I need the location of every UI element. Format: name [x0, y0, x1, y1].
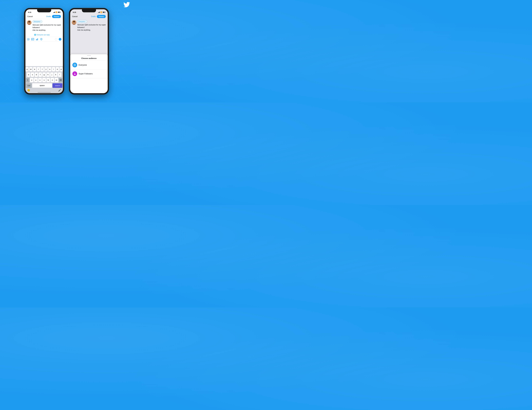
super-followers-option-label: Super Followers: [79, 73, 93, 75]
cancel-button-1[interactable]: Cancel: [27, 16, 33, 18]
status-time-1: 9:15: [28, 11, 31, 13]
character-count-1: [55, 38, 57, 40]
location-icon-1[interactable]: [40, 38, 43, 41]
image-icon-1[interactable]: [27, 38, 30, 41]
svg-point-5: [28, 21, 30, 22]
tweets-button-1[interactable]: Tweets: [52, 15, 61, 18]
key-v[interactable]: v: [42, 78, 46, 82]
keyboard-row-2: a s d f g h j k l: [26, 73, 62, 77]
key-c[interactable]: c: [38, 78, 42, 82]
battery-icon-2: [103, 12, 105, 13]
key-i[interactable]: i: [52, 67, 55, 72]
key-l[interactable]: l: [58, 73, 61, 77]
home-indicator-1: [38, 92, 51, 92]
compose-area-1: Everyone ▾ Skincare Q&A exclusive for my…: [25, 19, 63, 33]
keyboard-row-3: ⇧ z x c v b n m ⌫: [26, 78, 62, 82]
key-m[interactable]: m: [55, 78, 58, 82]
key-a[interactable]: a: [27, 73, 30, 77]
globe-icon-1: 🌐: [34, 34, 36, 36]
nav-bar-1: Cancel Drafts Tweets: [25, 14, 63, 19]
svg-rect-8: [36, 39, 37, 40]
status-bar-1: 9:15 📶: [25, 9, 63, 14]
super-followers-option-icon: [72, 71, 77, 76]
sheet-title: Choose audience: [70, 56, 108, 61]
reply-text-1: Everyone can reply: [37, 34, 50, 36]
compose-area-2: Everyone ▾ Skincare Q&A exclusive for my…: [70, 19, 108, 34]
key-y[interactable]: y: [44, 67, 48, 72]
add-tweet-button-1[interactable]: +: [59, 38, 61, 41]
key-j[interactable]: j: [50, 73, 54, 77]
svg-point-7: [28, 39, 28, 39]
everyone-option-icon: [72, 63, 77, 67]
tweet-text-2: Skincare Q&A exclusive for my super foll…: [77, 24, 106, 31]
home-indicator-2: [83, 92, 95, 92]
key-t[interactable]: t: [41, 67, 44, 72]
compose-right-1: Everyone ▾ Skincare Q&A exclusive for my…: [33, 20, 61, 31]
twitter-logo: [124, 2, 130, 7]
key-w[interactable]: w: [29, 67, 32, 72]
key-z[interactable]: z: [30, 78, 34, 82]
phone2-top: 9:15 📶: [70, 9, 108, 34]
status-time-2: 9:15: [73, 11, 76, 13]
keyboard-row-1: q w e r t y u i o p: [26, 67, 62, 72]
reply-row-1[interactable]: 🌐 Everyone can reply: [33, 33, 63, 37]
space-key[interactable]: space: [32, 83, 52, 88]
audience-badge-1[interactable]: Everyone ▾: [33, 20, 42, 23]
key-x[interactable]: x: [34, 78, 38, 82]
key-n[interactable]: n: [50, 78, 54, 82]
key-d[interactable]: d: [35, 73, 38, 77]
nav-bar-2: Cancel Drafts Tweets: [70, 14, 108, 19]
keyboard-bottom-row: 123 space search: [26, 83, 62, 88]
compose-right-2: Everyone ▾ Skincare Q&A exclusive for my…: [77, 20, 106, 31]
signal-icon-1: [53, 12, 55, 13]
gif-icon-1[interactable]: GIF: [31, 38, 34, 40]
svg-rect-10: [38, 38, 38, 40]
key-k[interactable]: k: [54, 73, 57, 77]
drafts-button-1[interactable]: Drafts: [46, 16, 51, 18]
status-bar-2: 9:15 📶: [70, 9, 108, 14]
emoji-icon[interactable]: 🙂: [27, 89, 30, 92]
audience-badge-2[interactable]: Everyone ▾: [77, 20, 87, 23]
key-q[interactable]: q: [25, 67, 29, 72]
wifi-icon-2: 📶: [100, 11, 102, 13]
key-h[interactable]: h: [46, 73, 50, 77]
status-icons-1: 📶: [53, 11, 60, 13]
tweet-text-1[interactable]: Skincare Q&A exclusive for my super foll…: [33, 24, 61, 31]
tweets-button-2[interactable]: Tweets: [97, 15, 106, 18]
svg-point-17: [73, 21, 75, 22]
chevron-down-icon-1: ▾: [40, 21, 41, 22]
key-r[interactable]: r: [37, 67, 40, 72]
delete-key[interactable]: ⌫: [59, 78, 62, 82]
avatar-1: [27, 20, 31, 25]
phone-2-screen: 9:15 📶: [70, 9, 108, 93]
status-icons-2: 📶: [98, 11, 105, 13]
phones-container: 9:15 📶 Cancel: [24, 8, 109, 94]
wifi-icon-1: 📶: [56, 11, 57, 13]
drafts-button-2[interactable]: Drafts: [91, 16, 96, 18]
phone-1-screen: 9:15 📶 Cancel: [25, 9, 63, 93]
key-e[interactable]: e: [33, 67, 36, 72]
shift-key[interactable]: ⇧: [26, 78, 29, 82]
poll-icon-1[interactable]: [36, 38, 38, 41]
svg-rect-9: [37, 39, 37, 40]
mic-icon[interactable]: 🎤: [58, 89, 61, 92]
search-key[interactable]: search: [52, 83, 62, 88]
battery-icon-1: [58, 12, 60, 13]
key-o[interactable]: o: [56, 67, 59, 72]
chevron-down-icon-2: ▾: [85, 21, 86, 22]
key-s[interactable]: s: [31, 73, 34, 77]
bottom-sheet: Choose audience Everyone: [70, 54, 108, 93]
audience-option-super-followers[interactable]: Super Followers: [70, 69, 108, 78]
audience-option-everyone[interactable]: Everyone: [70, 61, 108, 69]
keyboard-1: q w e r t y u i o p a s d f g: [25, 66, 63, 93]
num-key[interactable]: 123: [26, 83, 32, 88]
key-u[interactable]: u: [48, 67, 51, 72]
key-p[interactable]: p: [59, 67, 63, 72]
compose-toolbar-1: GIF +: [25, 37, 63, 42]
key-g[interactable]: g: [42, 73, 46, 77]
phone-2: 9:15 📶: [69, 8, 109, 94]
nav-actions-2: Drafts Tweets: [91, 15, 106, 18]
key-b[interactable]: b: [47, 78, 50, 82]
key-f[interactable]: f: [38, 73, 42, 77]
cancel-button-2[interactable]: Cancel: [72, 16, 78, 18]
